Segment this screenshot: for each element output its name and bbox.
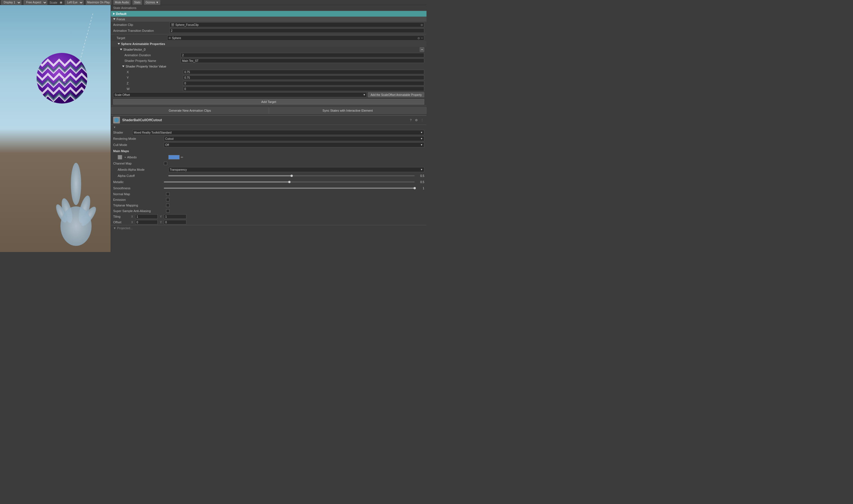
alpha-cutoff-value: 0.5	[416, 174, 424, 178]
emission-label: Emission	[113, 198, 164, 201]
viewport	[0, 5, 111, 252]
target-select-icon: ⊙	[169, 37, 171, 39]
scale-icon: ◉	[60, 1, 63, 4]
rendering-mode-value: Cutout	[165, 137, 420, 140]
vector-z-input[interactable]: 0	[183, 81, 424, 86]
add-target-btn[interactable]: Add Target	[113, 99, 424, 105]
vector-x-label: X	[127, 70, 183, 74]
generate-animation-btn[interactable]: Generate New Animation Clips	[111, 107, 269, 114]
tiling-x-input[interactable]	[135, 214, 158, 219]
inspector-sphere-icon	[113, 117, 120, 124]
bottom-section-hint: ▼ Projected...	[111, 225, 426, 231]
albedo-label: Albedo	[127, 156, 137, 159]
albedo-row: ● Albedo ✏	[111, 154, 426, 160]
metallic-value: 0.5	[416, 181, 424, 184]
vector-y-input[interactable]: 0.75	[183, 75, 424, 80]
offset-x-input[interactable]	[135, 220, 158, 224]
animation-clip-filename: Sphere_FocusClip	[175, 23, 419, 26]
default-label: Default	[116, 12, 126, 16]
focus-header[interactable]: Focus	[111, 17, 426, 22]
cull-mode-dropdown[interactable]: Off ▼	[164, 142, 424, 147]
viewport-scene	[0, 5, 111, 252]
emission-checkbox[interactable]	[166, 198, 170, 201]
anim-duration-input[interactable]: 2	[181, 53, 424, 57]
aspect-select[interactable]: Free Aspect	[24, 0, 47, 5]
smoothness-thumb[interactable]	[414, 187, 416, 189]
smoothness-value: 1	[416, 187, 424, 190]
albedo-alpha-dropdown[interactable]: Transparency ▼	[168, 167, 424, 172]
smoothness-slider-container: 1	[164, 187, 424, 190]
albedo-color-swatch[interactable]	[168, 155, 180, 160]
alpha-cutoff-thumb[interactable]	[291, 175, 293, 177]
pencil-icon[interactable]: ✏	[181, 156, 183, 159]
tiling-x-field: X	[131, 214, 158, 219]
state-animations-title: State Animations	[113, 6, 137, 10]
vector-y-label: Y	[127, 76, 183, 79]
offset-row: Offset X Y	[111, 219, 426, 225]
inspector-panel: ShaderBallCullOffCutout ? ⚙ ⋮ ▼ Shader M…	[111, 115, 426, 231]
animation-clip-circle-icon[interactable]: ⊙	[421, 23, 423, 26]
normal-map-checkbox[interactable]	[166, 192, 170, 196]
shader-dropdown-arrow: ▼	[420, 131, 423, 134]
svg-point-17	[60, 206, 91, 246]
animatable-header[interactable]: Sphere Animatable Properties	[111, 41, 426, 47]
stats-btn[interactable]: Stats	[133, 0, 142, 5]
target-minus-btn[interactable]: −	[421, 36, 423, 40]
super-sample-checkbox[interactable]	[166, 209, 170, 213]
vector-y-row: Y 0.75	[111, 75, 426, 80]
offset-label: Offset	[113, 220, 130, 224]
scale-label: Scale	[50, 1, 57, 4]
animation-transition-input[interactable]: 2	[170, 29, 424, 33]
main-maps-label: Main Maps	[113, 149, 164, 153]
eye-select[interactable]: Left Eye	[65, 0, 84, 5]
settings-icon[interactable]: ⚙	[414, 118, 419, 122]
svg-point-18	[114, 118, 119, 122]
shader-prop-name-input[interactable]: Main Tex_ST	[181, 58, 424, 63]
metallic-thumb[interactable]	[288, 181, 291, 183]
maximize-btn[interactable]: Maximize On Play	[86, 0, 111, 5]
target-select[interactable]: ⊙ Sphere ⊙ −	[167, 35, 424, 40]
help-icon[interactable]: ?	[408, 118, 413, 122]
scale-offset-dropdown[interactable]: Scale Offset ▼	[113, 92, 367, 97]
anim-duration-label: Animation Duration	[124, 53, 181, 57]
shader-vector-minus-btn[interactable]: −	[420, 47, 424, 52]
rendering-mode-label: Rendering Mode	[113, 137, 164, 140]
display-select[interactable]: Display 1	[1, 0, 21, 5]
anim-duration-row: Animation Duration 2	[111, 52, 426, 58]
more-icon[interactable]: ⋮	[420, 118, 424, 122]
tiling-y-input[interactable]	[164, 214, 186, 219]
cull-mode-value: Off	[165, 143, 420, 146]
add-scale-offset-btn[interactable]: Add the ScaleOffset Animatable Property	[368, 92, 424, 97]
projected-label: ▼ Projected...	[113, 227, 133, 230]
target-circle-btn[interactable]: ⊙	[417, 37, 420, 40]
shader-prop-vector-icon	[122, 66, 124, 67]
alpha-cutoff-fill	[168, 175, 292, 176]
shader-vector-expand-icon	[120, 49, 122, 50]
offset-y-input[interactable]	[164, 220, 186, 224]
shader-prop-vector-header[interactable]: Shader Property Vector Value	[111, 64, 426, 69]
smoothness-fill	[164, 187, 415, 189]
vector-x-input[interactable]: 0.75	[183, 70, 424, 74]
channel-map-checkbox[interactable]	[164, 162, 167, 165]
triplanar-checkbox[interactable]	[166, 204, 170, 207]
metallic-row: Metallic 0.5	[111, 179, 426, 185]
shader-dropdown[interactable]: Mixed Reality Toolkit/Standard ▼	[132, 130, 424, 135]
sphere-object	[34, 50, 90, 107]
default-section[interactable]: Default	[111, 11, 426, 17]
alpha-cutoff-label: Alpha Cutoff	[118, 174, 168, 178]
sync-states-btn[interactable]: Sync States with Interactive Element	[269, 107, 427, 114]
rendering-mode-dropdown[interactable]: Cutout ▼	[164, 136, 424, 141]
gizmos-btn[interactable]: Gizmos ▼	[144, 0, 160, 5]
divider1	[111, 34, 426, 34]
vector-z-row: Z 0	[111, 80, 426, 86]
shader-prop-name-row: Shader Property Name Main Tex_ST	[111, 58, 426, 64]
mute-btn[interactable]: Mute Audio	[114, 0, 130, 5]
tiling-y-field: Y	[160, 214, 186, 219]
albedo-alpha-mode-row: Albedo Alpha Mode Transparency ▼	[111, 166, 426, 173]
vector-w-input[interactable]: 0	[183, 87, 424, 91]
inspector-arrow-icon: ▼	[113, 126, 116, 129]
shader-vector-header: ShaderVector_0 −	[111, 47, 426, 52]
triplanar-row: Triplanar Mapping	[111, 202, 426, 208]
offset-x-label: X	[131, 221, 135, 224]
default-expand-icon	[113, 13, 115, 15]
